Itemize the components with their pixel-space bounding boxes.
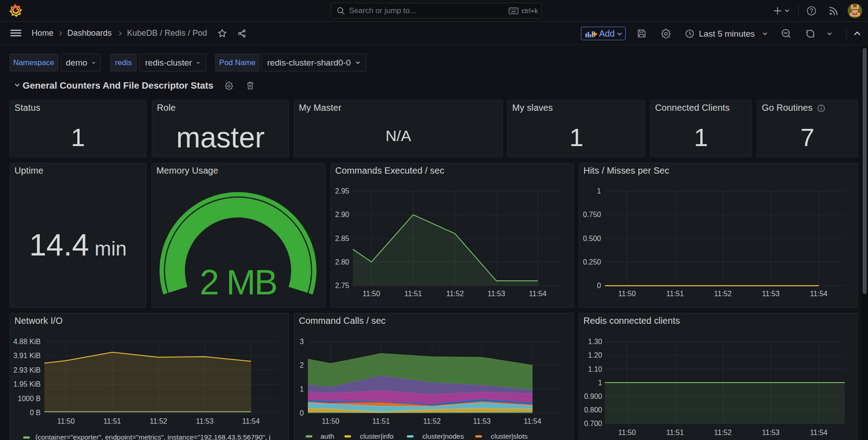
svg-text:1: 1 xyxy=(597,187,601,195)
svg-text:3: 3 xyxy=(300,338,304,345)
svg-text:11:52: 11:52 xyxy=(446,290,463,298)
svg-text:auth: auth xyxy=(321,432,334,440)
svg-text:11:53: 11:53 xyxy=(487,290,505,298)
svg-text:0.800: 0.800 xyxy=(584,406,602,414)
svg-text:11:54: 11:54 xyxy=(524,417,541,425)
svg-text:11:54: 11:54 xyxy=(242,417,260,425)
svg-text:0.750: 0.750 xyxy=(583,211,601,218)
svg-text:1.95 KiB: 1.95 KiB xyxy=(14,380,41,388)
svg-text:11:50: 11:50 xyxy=(618,429,636,436)
svg-text:11:54: 11:54 xyxy=(529,290,547,298)
svg-text:1: 1 xyxy=(598,379,602,387)
svg-text:11:51: 11:51 xyxy=(372,417,390,425)
svg-text:0.900: 0.900 xyxy=(584,393,602,400)
svg-text:0.700: 0.700 xyxy=(584,420,602,427)
svg-text:3.91 KiB: 3.91 KiB xyxy=(14,352,41,360)
svg-text:4.88 KiB: 4.88 KiB xyxy=(14,338,41,345)
svg-text:2.85: 2.85 xyxy=(335,235,349,242)
svg-text:cluster|nodes: cluster|nodes xyxy=(422,432,464,440)
svg-text:0: 0 xyxy=(597,282,601,289)
svg-text:11:53: 11:53 xyxy=(196,417,213,425)
svg-text:11:50: 11:50 xyxy=(618,290,636,298)
svg-text:11:50: 11:50 xyxy=(57,417,75,425)
svg-text:0 B: 0 B xyxy=(30,409,41,416)
svg-text:11:51: 11:51 xyxy=(666,290,684,298)
svg-text:2.90: 2.90 xyxy=(335,211,349,218)
svg-text:1000 B: 1000 B xyxy=(18,395,41,402)
svg-text:0: 0 xyxy=(300,409,304,417)
svg-text:11:54: 11:54 xyxy=(810,429,827,436)
svg-text:2.80: 2.80 xyxy=(335,258,349,266)
svg-text:2.95: 2.95 xyxy=(335,187,349,195)
svg-text:1: 1 xyxy=(300,385,304,393)
svg-text:1.30: 1.30 xyxy=(588,338,602,345)
svg-text:11:53: 11:53 xyxy=(762,429,779,436)
svg-text:11:53: 11:53 xyxy=(473,417,491,425)
svg-text:2.75: 2.75 xyxy=(335,282,349,289)
svg-text:cluster|info: cluster|info xyxy=(360,432,394,440)
svg-text:11:54: 11:54 xyxy=(810,290,827,298)
svg-text:11:51: 11:51 xyxy=(104,417,121,425)
svg-text:11:52: 11:52 xyxy=(150,417,167,425)
svg-text:11:50: 11:50 xyxy=(363,290,380,298)
svg-text:0.250: 0.250 xyxy=(583,258,601,266)
svg-text:11:52: 11:52 xyxy=(714,429,731,436)
svg-text:11:52: 11:52 xyxy=(423,417,441,425)
svg-text:0.500: 0.500 xyxy=(583,235,601,242)
svg-text:cluster|slots: cluster|slots xyxy=(491,432,528,440)
svg-text:{container="exporter", endpoin: {container="exporter", endpoint="metrics… xyxy=(35,433,270,440)
svg-text:1.20: 1.20 xyxy=(588,351,602,359)
svg-text:11:50: 11:50 xyxy=(322,417,340,425)
svg-text:2.93 KiB: 2.93 KiB xyxy=(14,366,41,374)
svg-text:11:51: 11:51 xyxy=(404,290,422,298)
svg-text:11:51: 11:51 xyxy=(666,429,684,436)
svg-text:1.10: 1.10 xyxy=(588,365,602,373)
svg-text:2: 2 xyxy=(300,361,304,369)
svg-text:11:53: 11:53 xyxy=(762,290,779,298)
svg-text:11:52: 11:52 xyxy=(714,290,731,298)
svg-text:2 MB: 2 MB xyxy=(199,262,276,302)
